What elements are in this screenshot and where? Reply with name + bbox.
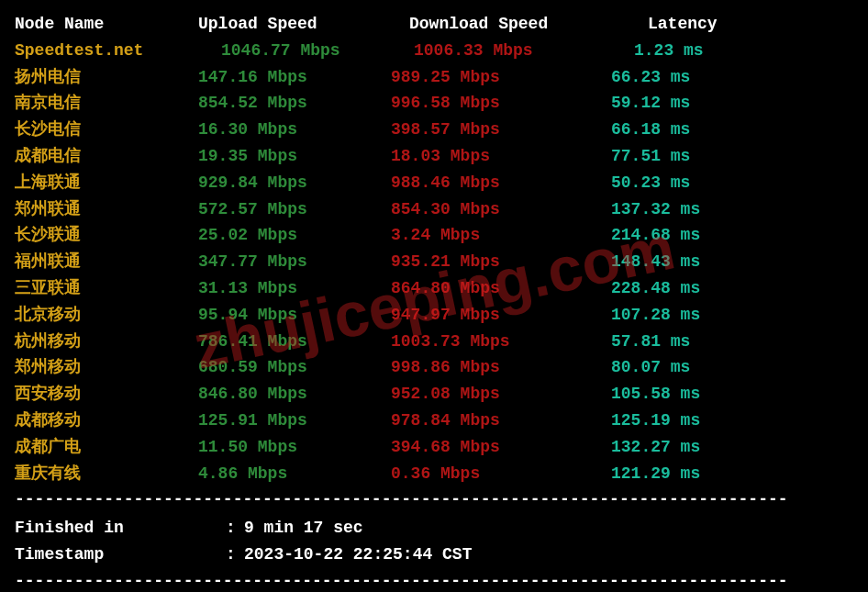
table-row: 重庆有线4.86 Mbps0.36 Mbps121.29 ms <box>15 461 853 487</box>
cell-node: 成都移动 <box>15 408 198 434</box>
cell-node: 成都电信 <box>15 143 198 170</box>
cell-latency: 125.19 ms <box>611 408 776 434</box>
table-row: 扬州电信147.16 Mbps989.25 Mbps66.23 ms <box>15 64 853 91</box>
cell-download: 978.84 Mbps <box>391 408 611 434</box>
cell-upload: 125.91 Mbps <box>198 408 391 434</box>
cell-latency: 57.81 ms <box>611 329 776 355</box>
cell-latency: 228.48 ms <box>611 275 776 302</box>
cell-latency: 137.32 ms <box>611 196 776 223</box>
cell-upload: 680.59 Mbps <box>198 354 391 381</box>
table-row: 郑州移动680.59 Mbps998.86 Mbps80.07 ms <box>15 354 853 381</box>
footer-timestamp: Timestamp : 2023-10-22 22:25:44 CST <box>15 542 853 568</box>
cell-upload: 4.86 Mbps <box>198 461 391 487</box>
cell-node: Speedtest.net <box>15 38 198 64</box>
divider-line: ----------------------------------------… <box>15 486 853 513</box>
cell-download: 947.97 Mbps <box>391 302 611 329</box>
table-row: 长沙电信16.30 Mbps398.57 Mbps66.18 ms <box>15 117 853 143</box>
cell-upload: 854.52 Mbps <box>198 90 391 117</box>
header-download: Download Speed <box>409 11 648 38</box>
cell-download: 18.03 Mbps <box>391 143 611 170</box>
cell-latency: 66.18 ms <box>611 117 776 143</box>
cell-upload: 929.84 Mbps <box>198 170 391 196</box>
table-row-speedtest: Speedtest.net 1046.77 Mbps 1006.33 Mbps … <box>15 38 853 64</box>
cell-upload: 147.16 Mbps <box>198 64 391 91</box>
cell-upload: 31.13 Mbps <box>198 275 391 302</box>
cell-node: 西安移动 <box>15 381 198 408</box>
cell-upload: 786.41 Mbps <box>198 329 391 355</box>
cell-upload: 572.57 Mbps <box>198 196 391 223</box>
cell-upload: 347.77 Mbps <box>198 249 391 275</box>
cell-download: 1006.33 Mbps <box>391 38 611 64</box>
colon: : <box>226 515 244 542</box>
cell-download: 1003.73 Mbps <box>391 329 611 355</box>
cell-latency: 121.29 ms <box>611 461 776 487</box>
cell-latency: 66.23 ms <box>611 64 776 91</box>
cell-latency: 50.23 ms <box>611 170 776 196</box>
finished-label: Finished in <box>15 515 226 542</box>
table-row: 成都电信19.35 Mbps18.03 Mbps77.51 ms <box>15 143 853 170</box>
cell-node: 北京移动 <box>15 302 198 329</box>
header-latency: Latency <box>648 11 795 38</box>
finished-value: 9 min 17 sec <box>244 515 363 542</box>
cell-download: 952.08 Mbps <box>391 381 611 408</box>
table-row: 西安移动846.80 Mbps952.08 Mbps105.58 ms <box>15 381 853 408</box>
cell-node: 三亚联通 <box>15 275 198 302</box>
table-row: 福州联通347.77 Mbps935.21 Mbps148.43 ms <box>15 249 853 275</box>
cell-latency: 148.43 ms <box>611 249 776 275</box>
table-row: 成都广电11.50 Mbps394.68 Mbps132.27 ms <box>15 434 853 461</box>
cell-latency: 105.58 ms <box>611 381 776 408</box>
footer-section: Finished in : 9 min 17 sec Timestamp : 2… <box>15 515 853 568</box>
cell-download: 998.86 Mbps <box>391 354 611 381</box>
table-row: 长沙联通25.02 Mbps3.24 Mbps214.68 ms <box>15 222 853 249</box>
divider-line: ----------------------------------------… <box>15 568 853 592</box>
table-row: 上海联通929.84 Mbps988.46 Mbps50.23 ms <box>15 170 853 196</box>
table-row: 北京移动95.94 Mbps947.97 Mbps107.28 ms <box>15 302 853 329</box>
cell-latency: 80.07 ms <box>611 354 776 381</box>
timestamp-value: 2023-10-22 22:25:44 CST <box>244 542 472 568</box>
cell-download: 3.24 Mbps <box>391 222 611 249</box>
table-header: Node Name Upload Speed Download Speed La… <box>15 11 853 38</box>
cell-node: 杭州移动 <box>15 329 198 355</box>
cell-latency: 132.27 ms <box>611 434 776 461</box>
table-row: 南京电信854.52 Mbps996.58 Mbps59.12 ms <box>15 90 853 117</box>
cell-upload: 25.02 Mbps <box>198 222 391 249</box>
cell-node: 南京电信 <box>15 90 198 117</box>
header-upload: Upload Speed <box>198 11 409 38</box>
timestamp-label: Timestamp <box>15 542 226 568</box>
cell-node: 扬州电信 <box>15 64 198 91</box>
cell-upload: 95.94 Mbps <box>198 302 391 329</box>
footer-finished: Finished in : 9 min 17 sec <box>15 515 853 542</box>
cell-upload: 11.50 Mbps <box>198 434 391 461</box>
cell-upload: 19.35 Mbps <box>198 143 391 170</box>
cell-latency: 214.68 ms <box>611 222 776 249</box>
cell-download: 394.68 Mbps <box>391 434 611 461</box>
header-node: Node Name <box>15 11 198 38</box>
table-row: 郑州联通572.57 Mbps854.30 Mbps137.32 ms <box>15 196 853 223</box>
cell-latency: 1.23 ms <box>611 38 776 64</box>
table-body: 扬州电信147.16 Mbps989.25 Mbps66.23 ms南京电信85… <box>15 64 853 487</box>
colon: : <box>226 542 244 568</box>
cell-download: 935.21 Mbps <box>391 249 611 275</box>
cell-download: 0.36 Mbps <box>391 461 611 487</box>
cell-latency: 77.51 ms <box>611 143 776 170</box>
cell-download: 996.58 Mbps <box>391 90 611 117</box>
terminal-output: Node Name Upload Speed Download Speed La… <box>15 11 853 592</box>
cell-node: 重庆有线 <box>15 461 198 487</box>
cell-download: 398.57 Mbps <box>391 117 611 143</box>
cell-download: 989.25 Mbps <box>391 64 611 91</box>
cell-download: 864.80 Mbps <box>391 275 611 302</box>
cell-node: 上海联通 <box>15 170 198 196</box>
cell-latency: 107.28 ms <box>611 302 776 329</box>
cell-node: 郑州移动 <box>15 354 198 381</box>
cell-node: 长沙电信 <box>15 117 198 143</box>
cell-node: 郑州联通 <box>15 196 198 223</box>
cell-node: 福州联通 <box>15 249 198 275</box>
table-row: 三亚联通31.13 Mbps864.80 Mbps228.48 ms <box>15 275 853 302</box>
cell-upload: 846.80 Mbps <box>198 381 391 408</box>
cell-upload: 16.30 Mbps <box>198 117 391 143</box>
cell-download: 988.46 Mbps <box>391 170 611 196</box>
cell-node: 成都广电 <box>15 434 198 461</box>
cell-download: 854.30 Mbps <box>391 196 611 223</box>
cell-upload: 1046.77 Mbps <box>198 38 391 64</box>
cell-latency: 59.12 ms <box>611 90 776 117</box>
